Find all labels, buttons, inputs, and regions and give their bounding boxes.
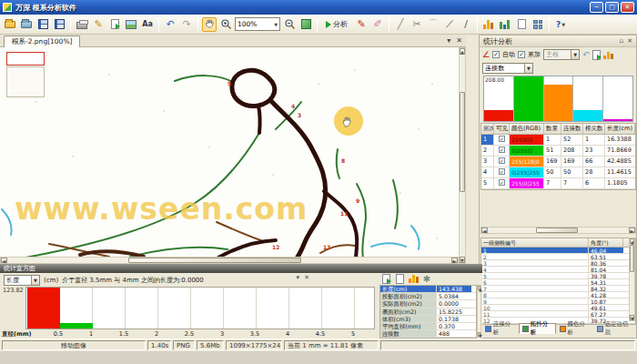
column-header[interactable]: 可见 (494, 124, 510, 134)
angle-row[interactable]: 481.04 (481, 267, 635, 273)
scroll-down-icon[interactable]: ▼ (478, 332, 480, 337)
analyze-button[interactable]: 分析 (321, 16, 352, 32)
chart-icon[interactable] (408, 273, 419, 284)
chevron-down-icon[interactable]: ▼ (524, 64, 532, 73)
tab-close-icon[interactable]: ✕ (456, 36, 462, 45)
layer-row[interactable]: 5✓255|0|2557761.1805 (481, 178, 635, 189)
angle-row[interactable]: 263.51 (481, 254, 635, 260)
stats-row[interactable]: 平均直径(mm)0.370 (380, 323, 476, 330)
scroll-left-icon[interactable]: ◀ (481, 228, 488, 233)
scroll-up-icon[interactable]: ▲ (478, 286, 480, 290)
erase-tool-icon[interactable]: ✐ (370, 17, 385, 32)
stats-row[interactable]: 体积(cm3)0.1738 (380, 316, 476, 323)
angle-measure-icon[interactable]: ∠ (482, 50, 490, 59)
scroll-up-icon[interactable]: ▲ (460, 48, 465, 55)
column-header[interactable]: 层次 (481, 124, 494, 134)
tab-topology-analysis[interactable]: 拓扑分析 (519, 323, 556, 334)
copy-report-icon[interactable] (394, 273, 405, 284)
canvas-horizontal-scrollbar[interactable]: ◀ ▶ (0, 257, 459, 264)
stats-table-icon[interactable] (498, 17, 512, 32)
scroll-up-icon[interactable]: ▲ (630, 238, 634, 244)
layer-row[interactable]: 2✓0|255|0512082371.8669 (481, 146, 635, 157)
layer-row[interactable]: 1✓255|0|0152116.3388 (481, 135, 635, 146)
stats-row[interactable]: 投影面积(cm2)5.0384 (380, 293, 476, 300)
close-button[interactable]: ✕ (621, 2, 634, 13)
layer-row[interactable]: 3✓255|128|01691696642.4885 (481, 157, 635, 167)
layer-table-hscrollbar[interactable]: ◀ ▶ (480, 227, 636, 234)
redo-icon[interactable]: ↷ (179, 17, 194, 32)
canvas-vertical-scrollbar[interactable]: ▲ ▼ (459, 47, 466, 264)
save-as-icon[interactable] (52, 17, 66, 32)
stats-table-vscrollbar[interactable]: ▲ ▼ (477, 285, 481, 338)
visible-checkbox[interactable]: ✓ (499, 157, 505, 164)
help-icon[interactable]: ?▼ (553, 17, 568, 32)
scroll-left-icon[interactable]: ◀ (1, 258, 7, 263)
stats-row[interactable]: 实际面积(cm2)0.0000 (380, 300, 476, 308)
layer-row[interactable]: 4✓0|255|25550502811.4615 (481, 167, 635, 178)
tab-scroll-down-icon[interactable]: ▾ (447, 36, 450, 45)
column-header[interactable]: 颜色(RGB) (510, 124, 544, 134)
join-tool-icon[interactable]: ⌒ (426, 17, 440, 32)
layer-bar[interactable] (484, 110, 513, 121)
visible-checkbox[interactable]: ✓ (499, 168, 505, 175)
histogram-bar[interactable] (27, 288, 60, 329)
stats-row[interactable]: 连接数488 (380, 330, 476, 338)
prune-tool-icon[interactable]: ⟋ (442, 17, 457, 32)
angle-row[interactable]: 841.28 (481, 292, 635, 298)
export-excel-icon[interactable] (380, 273, 391, 284)
chart-style-icon[interactable] (603, 51, 614, 59)
angle-row[interactable]: 910.87 (481, 298, 635, 305)
angle-row[interactable]: 1167.27 (481, 311, 635, 318)
panel-collapse-icon[interactable]: ▾ (297, 274, 300, 281)
color-swatch[interactable]: 255|0|0 (510, 135, 544, 145)
zoom-in-icon[interactable] (218, 17, 233, 32)
visible-checkbox[interactable]: ✓ (499, 179, 505, 186)
layout-grid-icon[interactable] (531, 17, 545, 32)
visible-checkbox[interactable]: ✓ (499, 136, 505, 142)
fit-view-icon[interactable] (298, 17, 313, 32)
image-canvas[interactable]: www.wseen.com 54389111213 (0, 47, 459, 257)
image-icon[interactable] (124, 17, 138, 32)
print-icon[interactable] (75, 17, 89, 32)
column-header[interactable]: 根尖数 (583, 124, 605, 134)
document-tab[interactable]: 根系-2.png[100%] (4, 35, 80, 47)
zoom-out-icon[interactable] (282, 17, 297, 32)
scroll-right-icon[interactable]: ▶ (451, 258, 458, 263)
trace-tool-icon[interactable]: ╱ (393, 17, 408, 32)
report-icon[interactable] (514, 17, 529, 32)
layer-bar[interactable] (514, 76, 543, 121)
panel-close-icon[interactable]: ✕ (627, 37, 632, 45)
metric-select-combobox[interactable]: 连接数 ▼ (482, 63, 533, 74)
chart-icon[interactable] (481, 17, 496, 32)
minimize-button[interactable]: ─ (590, 2, 603, 13)
stats-row[interactable]: 长度(cm)143.438 (380, 286, 476, 293)
save-icon[interactable] (35, 17, 50, 32)
hand-tool-icon[interactable] (202, 17, 217, 32)
column-header[interactable]: 长度(cm) (605, 124, 635, 134)
angle-row[interactable]: 146.04 (481, 248, 635, 254)
pin-icon[interactable]: ▫ (619, 37, 623, 45)
angle-row[interactable]: 654.31 (481, 279, 635, 286)
layer-bar[interactable] (544, 85, 573, 121)
open-folder-icon[interactable] (3, 17, 17, 32)
tab-color-analysis[interactable]: 颜色分析 (556, 323, 593, 334)
accumulate-checkbox[interactable]: ✓ (518, 51, 525, 58)
text-tool-icon[interactable]: Aa (140, 17, 155, 32)
export-sheet-icon[interactable] (592, 50, 601, 60)
column-header[interactable]: 数量 (544, 124, 561, 134)
layer-bar[interactable] (603, 119, 632, 121)
color-swatch[interactable]: 0|255|255 (510, 167, 544, 177)
histogram-metric-combobox[interactable]: 长度 ▼ (4, 275, 40, 286)
angle-table-vscrollbar[interactable]: ▲ ▼ (629, 238, 635, 321)
open-image-icon[interactable] (19, 17, 34, 32)
scroll-down-icon[interactable]: ▼ (460, 257, 465, 263)
stats-row[interactable]: 表面积(cm2)15.8225 (380, 308, 476, 316)
export-report-icon[interactable] (107, 17, 122, 32)
zoom-level-combobox[interactable]: 100% ▼ (235, 17, 280, 31)
edit-pencil-icon[interactable]: ✎ (91, 17, 106, 32)
angle-row[interactable]: 1049.61 (481, 305, 635, 311)
visible-checkbox[interactable]: ✓ (499, 147, 505, 153)
ruler-tool-icon[interactable]: ∕ (459, 17, 473, 32)
column-header[interactable]: 连接数 (561, 124, 583, 134)
auto-checkbox[interactable]: ✓ (492, 51, 500, 58)
